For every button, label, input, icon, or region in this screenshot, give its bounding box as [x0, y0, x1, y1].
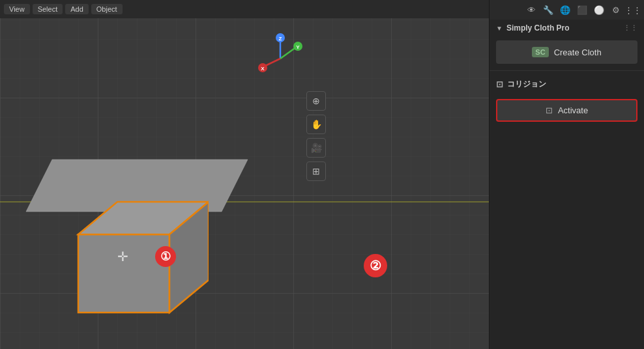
gizmo[interactable]: Z Y X — [254, 33, 306, 85]
zoom-tool-icon[interactable]: ⊕ — [306, 91, 326, 111]
render-tool-icon[interactable]: ⊞ — [306, 161, 326, 181]
main-container: View Select Add Object Z Y X — [0, 0, 644, 349]
panel-icon-5[interactable]: ⚪ — [592, 3, 606, 17]
divider-1 — [490, 70, 644, 71]
section-arrow: ▼ — [496, 25, 503, 32]
panel-icon-4[interactable]: ⬛ — [575, 3, 589, 17]
right-panel: 👁 🔧 🌐 ⬛ ⚪ ⚙ ⋮⋮ ▼ Simply Cloth Pro ⋮⋮ SC … — [489, 0, 644, 349]
badge-1: ① — [155, 246, 176, 267]
panel-menu-dots[interactable]: ⋮⋮ — [623, 24, 637, 33]
sc-badge: SC — [532, 47, 548, 57]
activate-icon: ⊡ — [546, 105, 553, 115]
cube-object — [65, 195, 209, 328]
badge-2: ② — [364, 254, 387, 277]
activate-label: Activate — [558, 105, 588, 115]
collision-section-header: ⊡ コリジョン — [490, 74, 644, 95]
panel-grid-icon[interactable]: ⋮⋮ — [626, 3, 640, 17]
create-cloth-label: Create Cloth — [554, 48, 602, 57]
panel-section-title: ▼ Simply Cloth Pro ⋮⋮ — [490, 20, 644, 36]
cursor-crosshair: ✛ — [117, 249, 128, 264]
panel-icon-6[interactable]: ⚙ — [609, 3, 623, 17]
camera-tool-icon[interactable]: 🎥 — [306, 138, 326, 158]
svg-text:Z: Z — [279, 36, 282, 42]
panel-icon-3[interactable]: 🌐 — [558, 3, 572, 17]
create-cloth-button[interactable]: SC Create Cloth — [496, 40, 637, 64]
object-menu[interactable]: Object — [91, 4, 123, 14]
add-menu[interactable]: Add — [65, 4, 89, 14]
svg-marker-15 — [78, 234, 169, 313]
collision-label: コリジョン — [507, 79, 546, 90]
collision-icon: ⊡ — [496, 79, 503, 89]
side-tools: ⊕ ✋ 🎥 ⊞ — [306, 91, 326, 181]
viewport-toolbar: View Select Add Object — [0, 0, 489, 18]
panel-icon-1[interactable]: 👁 — [524, 3, 538, 17]
panel-icon-2[interactable]: 🔧 — [541, 3, 555, 17]
select-menu[interactable]: Select — [33, 4, 63, 14]
panel-title-text: Simply Cloth Pro — [506, 23, 570, 33]
viewport[interactable]: View Select Add Object Z Y X — [0, 0, 489, 349]
activate-button[interactable]: ⊡ Activate — [496, 99, 637, 122]
svg-text:X: X — [261, 66, 265, 72]
svg-text:Y: Y — [296, 44, 300, 50]
pan-tool-icon[interactable]: ✋ — [306, 115, 326, 134]
panel-top-toolbar: 👁 🔧 🌐 ⬛ ⚪ ⚙ ⋮⋮ — [490, 0, 644, 20]
view-menu[interactable]: View — [4, 4, 30, 14]
